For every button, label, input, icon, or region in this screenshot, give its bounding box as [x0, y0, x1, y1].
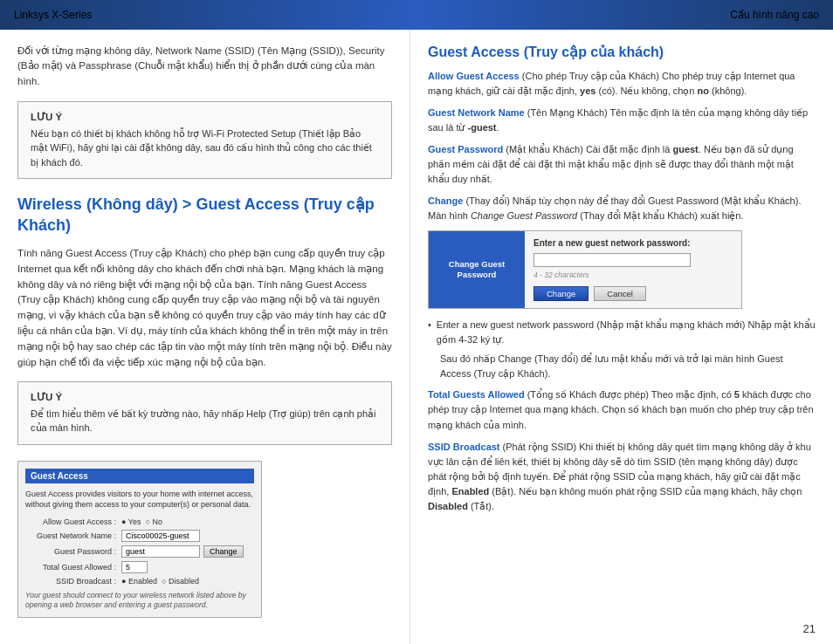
screenshot-row-total: Total Guest Allowed : 5	[25, 561, 254, 573]
bullet-dot: •	[428, 318, 431, 346]
dialog-hint: 4 - 32 characters	[534, 271, 733, 279]
wireless-section-heading: Wireless (Không dây) > Guest Access (Tru…	[17, 195, 392, 236]
dialog-buttons: Change Cancel	[534, 286, 733, 301]
dialog-right: Enter a new guest network password: 4 - …	[525, 231, 741, 308]
para-guest-password: Guest Password (Mật khẩu Khách) Cài đặt …	[428, 142, 816, 187]
label-ssid: SSID Broadcast :	[25, 577, 121, 586]
bullet-text: Enter a new guest network password (Nhập…	[437, 318, 816, 346]
dialog-change-btn[interactable]: Change	[534, 286, 589, 301]
label-allow: Allow Guest Access :	[25, 517, 121, 526]
para-ssid-broadcast: SSID Broadcast (Phát rộng SSID) Khi thiế…	[428, 440, 816, 514]
page-number: 21	[803, 622, 816, 635]
note1-text: Nếu bạn có thiết bị khách không hỗ trợ W…	[31, 127, 379, 170]
label-password: Guest Password :	[25, 547, 121, 556]
new-password-input[interactable]	[534, 253, 691, 267]
screenshot-row-ssid: SSID Broadcast : ● Enabled ○ Disabled	[25, 577, 254, 586]
left-column: Đối với từng mạng không dây, Network Nam…	[0, 30, 410, 644]
term-password: Guest Password	[428, 144, 503, 154]
note2-text: Để tìm hiểu thêm về bất kỳ trường nào, h…	[31, 407, 379, 435]
label-network: Guest Network Name :	[25, 531, 121, 540]
wireless-body-text: Tính năng Guest Access (Truy cập Khách) …	[17, 246, 392, 371]
rest-change: (Thay đổi) Nhấp tùy chọn này để thay đổi…	[428, 195, 801, 221]
note2-title: LƯU Ý	[31, 391, 379, 403]
right-column: Guest Access (Truy cập của khách) Allow …	[410, 30, 833, 644]
value-total[interactable]: 5	[121, 561, 148, 573]
header-right: Cấu hình nâng cao	[730, 9, 819, 21]
right-section-title: Guest Access (Truy cập của khách)	[428, 44, 816, 60]
term-change: Change	[428, 195, 463, 206]
note-box-2: LƯU Ý Để tìm hiểu thêm về bất kỳ trường …	[17, 381, 392, 445]
dialog-cancel-btn[interactable]: Cancel	[594, 286, 646, 301]
value-network[interactable]: Cisco00025-guest	[121, 530, 200, 542]
term-network: Guest Network Name	[428, 107, 525, 118]
label-total: Total Guest Allowed :	[25, 563, 121, 572]
para-total-guests: Total Guests Allowed (Tổng số Khách được…	[428, 387, 816, 432]
screenshot-row-password: Guest Password : guest Change	[25, 545, 254, 558]
change-password-dialog: Change Guest Password Enter a new guest …	[428, 230, 742, 309]
screenshot-row-allow: Allow Guest Access : ● Yes ○ No	[25, 517, 254, 526]
value-ssid: ● Enabled ○ Disabled	[121, 577, 199, 586]
dialog-title: Enter a new guest network password:	[534, 238, 733, 248]
main-content: Đối với từng mạng không dây, Network Nam…	[0, 30, 833, 644]
page-header: Linksys X-Series Cấu hình nâng cao	[0, 0, 833, 30]
para-network-name: Guest Network Name (Tên Mạng Khách) Tên …	[428, 106, 816, 135]
bullet-term: Enter a new guest network password	[437, 319, 594, 330]
dialog-left-label: Change Guest Password	[429, 231, 525, 308]
screenshot-change-btn[interactable]: Change	[203, 545, 244, 558]
sub-text-after-bullet: Sau đó nhấp Change (Thay đổi) để lưu mật…	[440, 352, 816, 380]
screenshot-row-network: Guest Network Name : Cisco00025-guest	[25, 530, 254, 542]
value-password[interactable]: guest	[121, 545, 200, 558]
screenshot-header: Guest Access	[25, 469, 254, 483]
term-ssid: SSID Broadcast	[428, 442, 500, 452]
para-allow-guest: Allow Guest Access (Cho phép Truy cập củ…	[428, 69, 816, 99]
bullet-new-password: • Enter a new guest network password (Nh…	[428, 318, 816, 346]
screenshot-desc: Guest Access provides visitors to your h…	[25, 489, 254, 510]
para-change: Change (Thay đổi) Nhấp tùy chọn này để t…	[428, 194, 816, 223]
header-left: Linksys X-Series	[14, 9, 92, 21]
intro-text: Đối với từng mạng không dây, Network Nam…	[17, 44, 392, 89]
term-total: Total Guests Allowed	[428, 389, 525, 400]
note-box-1: LƯU Ý Nếu bạn có thiết bị khách không hỗ…	[17, 101, 392, 180]
term-allow: Allow Guest Access	[428, 71, 520, 81]
guest-access-screenshot: Guest Access Guest Access provides visit…	[17, 461, 262, 618]
note1-title: LƯU Ý	[31, 111, 379, 123]
screenshot-footer: Your guest should connect to your wirele…	[25, 591, 254, 610]
value-allow: ● Yes ○ No	[121, 517, 162, 526]
